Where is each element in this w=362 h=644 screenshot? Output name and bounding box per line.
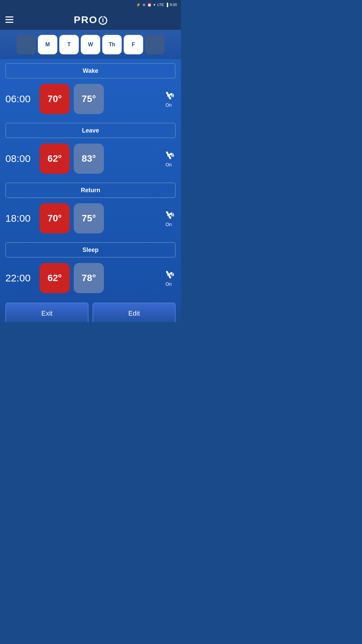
main-content: Wake 06:00 70° 75° On Leave 08:00 62° 83… xyxy=(0,59,181,298)
clock-icon: ⏰ xyxy=(147,3,152,7)
heat-temp-return[interactable]: 70° xyxy=(40,203,70,233)
app-logo: PRO xyxy=(74,14,107,25)
fan-icon-sleep xyxy=(162,269,176,280)
status-bar: ⚡ ⊖ ⏰ ▾ LTE ▐ 8:00 xyxy=(0,0,181,9)
day-btn-tue[interactable]: T xyxy=(59,35,79,54)
cool-temp-return[interactable]: 75° xyxy=(74,203,104,233)
hamburger-line-3 xyxy=(5,22,13,23)
fan-icon-wake xyxy=(162,90,176,101)
hamburger-line-1 xyxy=(5,16,13,17)
schedule-row-sleep: 22:00 62° 78° On xyxy=(5,260,176,298)
time-return: 18:00 xyxy=(5,213,36,224)
heat-temp-wake[interactable]: 70° xyxy=(40,84,70,114)
fan-on-return: On xyxy=(166,222,172,227)
fan-icon-leave xyxy=(162,150,176,161)
lte-icon: LTE xyxy=(157,3,164,7)
minus-circle-icon: ⊖ xyxy=(142,3,145,7)
hamburger-line-2 xyxy=(5,19,13,20)
schedule-row-return: 18:00 70° 75° On xyxy=(5,201,176,238)
time-leave: 08:00 xyxy=(5,153,36,164)
exit-button[interactable]: Exit xyxy=(5,303,88,322)
fan-status-wake[interactable]: On xyxy=(162,90,176,108)
section-leave: Leave xyxy=(5,123,176,138)
day-btn-fri[interactable]: F xyxy=(124,35,143,54)
fan-on-sleep: On xyxy=(166,281,172,287)
edit-button[interactable]: Edit xyxy=(93,303,176,322)
fan-icon-return xyxy=(162,210,176,220)
fan-status-return[interactable]: On xyxy=(162,210,176,227)
cool-temp-leave[interactable]: 83° xyxy=(74,144,104,174)
cool-temp-sleep[interactable]: 78° xyxy=(74,263,104,293)
day-btn-sat2[interactable] xyxy=(145,35,165,54)
day-btn-wed[interactable]: W xyxy=(81,35,100,54)
time-sleep: 22:00 xyxy=(5,272,36,284)
heat-temp-leave[interactable]: 62° xyxy=(40,144,70,174)
status-icons: ⚡ ⊖ ⏰ ▾ LTE ▐ 8:00 xyxy=(136,3,177,7)
schedule-row-wake: 06:00 70° 75° On xyxy=(5,81,176,119)
fan-on-leave: On xyxy=(166,162,172,167)
day-btn-sat1[interactable] xyxy=(16,35,36,54)
schedule-row-leave: 08:00 62° 83° On xyxy=(5,141,176,178)
fan-status-sleep[interactable]: On xyxy=(162,269,176,287)
wifi-icon: ▾ xyxy=(154,3,156,7)
day-btn-mon[interactable]: M xyxy=(38,35,57,54)
cool-temp-wake[interactable]: 75° xyxy=(74,84,104,114)
app-header: PRO xyxy=(0,9,181,30)
day-selector: M T W Th F xyxy=(0,30,181,59)
hamburger-menu[interactable] xyxy=(5,16,13,23)
time-wake: 06:00 xyxy=(5,93,36,105)
time-display: 8:00 xyxy=(170,3,177,7)
day-btn-thu[interactable]: Th xyxy=(102,35,122,54)
fan-status-leave[interactable]: On xyxy=(162,150,176,167)
bluetooth-icon: ⚡ xyxy=(136,3,141,7)
fan-on-wake: On xyxy=(166,102,172,108)
heat-temp-sleep[interactable]: 62° xyxy=(40,263,70,293)
section-return: Return xyxy=(5,182,176,198)
section-sleep: Sleep xyxy=(5,242,176,258)
bottom-buttons: Exit Edit xyxy=(0,298,181,322)
section-wake: Wake xyxy=(5,63,176,78)
battery-icon: ▐ xyxy=(166,3,168,7)
